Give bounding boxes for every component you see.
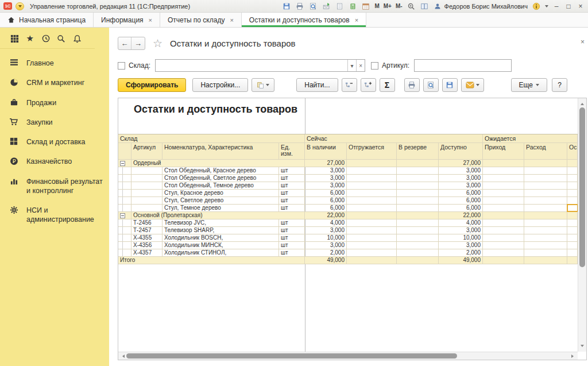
- expander-header-cell[interactable]: [118, 143, 131, 160]
- generate-button[interactable]: Сформировать: [118, 78, 186, 92]
- cell-article[interactable]: [131, 167, 163, 175]
- cell-outgoing[interactable]: [524, 190, 567, 197]
- cell-shipping[interactable]: [347, 205, 397, 212]
- cell-in-stock[interactable]: 3,000: [305, 167, 347, 175]
- expander-cell[interactable]: [118, 249, 131, 257]
- star-icon[interactable]: ★: [25, 33, 35, 44]
- cell-shipping[interactable]: [347, 167, 397, 175]
- article-input[interactable]: [414, 59, 512, 72]
- expand-groups-button[interactable]: [361, 78, 376, 92]
- cell-unit[interactable]: шт: [279, 242, 305, 249]
- column-header-cell[interactable]: В резерве: [397, 143, 439, 160]
- info-icon[interactable]: [532, 2, 541, 11]
- sidebar-item-financial-result[interactable]: Финансовый результат и контроллинг: [0, 172, 109, 201]
- cell-available[interactable]: 3,000: [439, 167, 483, 175]
- send-report-button[interactable]: [461, 78, 484, 92]
- warehouse-input[interactable]: ▾ ×: [155, 59, 365, 72]
- cell-reserved[interactable]: [397, 190, 439, 197]
- cell-in-stock[interactable]: 4,000: [305, 219, 347, 227]
- print-preview-icon[interactable]: [308, 2, 318, 11]
- cell-in-stock[interactable]: 6,000: [305, 190, 347, 197]
- search-icon[interactable]: [56, 33, 67, 44]
- cell-incoming[interactable]: [483, 160, 524, 167]
- cell-incoming[interactable]: [483, 249, 524, 257]
- collapse-groups-button[interactable]: [342, 78, 357, 92]
- cell-in-stock[interactable]: 6,000: [305, 205, 347, 212]
- expander-cell[interactable]: [118, 167, 131, 175]
- more-button[interactable]: Еще: [511, 78, 547, 92]
- vertical-scrollbar[interactable]: [578, 98, 586, 352]
- cell-shipping[interactable]: [347, 227, 397, 234]
- expander-cell[interactable]: [118, 242, 131, 249]
- column-header-cell[interactable]: Ед. изм.: [279, 143, 305, 160]
- cell-reserved[interactable]: [397, 167, 439, 175]
- cell-incoming[interactable]: [483, 219, 524, 227]
- cell-available[interactable]: 10,000: [439, 234, 483, 242]
- tab-home[interactable]: Начальная страница: [0, 13, 94, 27]
- warehouse-checkbox[interactable]: [118, 62, 125, 70]
- cell-reserved[interactable]: [397, 182, 439, 190]
- favorite-star-icon[interactable]: ☆: [153, 37, 163, 50]
- cell-available[interactable]: 3,000: [439, 227, 483, 234]
- cell-unit[interactable]: шт: [279, 227, 305, 234]
- cell-available[interactable]: 27,000: [439, 160, 483, 167]
- calendar-icon[interactable]: [361, 2, 370, 11]
- tab-information[interactable]: Информация ×: [94, 13, 160, 27]
- current-user[interactable]: Федоров Борис Михайлович: [433, 2, 528, 11]
- cell-unit[interactable]: шт: [279, 167, 305, 175]
- cell-unit[interactable]: шт: [279, 190, 305, 197]
- cell-incoming[interactable]: [483, 212, 524, 219]
- cell-outgoing[interactable]: [524, 197, 567, 205]
- cell-reserved[interactable]: [397, 219, 439, 227]
- cell-nomenclature[interactable]: Холодильник МИНСК,: [163, 242, 279, 249]
- cell-incoming[interactable]: [483, 205, 524, 212]
- cell-incoming[interactable]: [483, 197, 524, 205]
- cell-os[interactable]: [567, 227, 578, 234]
- cell-nomenclature[interactable]: Стул, Темное дерево: [163, 205, 279, 212]
- cell-shipping[interactable]: [347, 249, 397, 257]
- cell-nomenclature[interactable]: Стол Обеденный, Темное дерево: [163, 182, 279, 190]
- calculator-icon[interactable]: [348, 2, 357, 11]
- cell-nomenclature[interactable]: Стол Обеденный, Светлое дерево: [163, 175, 279, 182]
- sidebar-item-crm[interactable]: CRM и маркетинг: [0, 73, 109, 93]
- cell-incoming[interactable]: [483, 167, 524, 175]
- cell-in-stock[interactable]: 2,000: [305, 249, 347, 257]
- expander-cell[interactable]: [118, 227, 131, 234]
- cell-reserved[interactable]: [397, 175, 439, 182]
- cell-outgoing[interactable]: [524, 242, 567, 249]
- cell-os[interactable]: [567, 219, 578, 227]
- tab-stock-availability[interactable]: Остатки и доступность товаров ×: [242, 13, 366, 27]
- cell-os[interactable]: [567, 190, 578, 197]
- section-header-cell[interactable]: Склад: [118, 134, 305, 143]
- cell-shipping[interactable]: [347, 160, 397, 167]
- preview-button[interactable]: [423, 78, 439, 92]
- cell-nomenclature[interactable]: Стол Обеденный, Красное дерево: [163, 167, 279, 175]
- cell-unit[interactable]: шт: [279, 197, 305, 205]
- cell-available[interactable]: 22,000: [439, 212, 483, 219]
- cell-unit[interactable]: шт: [279, 249, 305, 257]
- cell-article[interactable]: Т-2457: [131, 227, 163, 234]
- cell-available[interactable]: 6,000: [439, 197, 483, 205]
- cell-outgoing[interactable]: [524, 160, 567, 167]
- cell-unit[interactable]: шт: [279, 219, 305, 227]
- minimize-button[interactable]: –: [552, 2, 560, 10]
- page-icon[interactable]: [335, 2, 344, 11]
- warehouse-dropdown-icon[interactable]: ▾: [347, 60, 356, 71]
- cell-article[interactable]: [131, 190, 163, 197]
- cell-unit[interactable]: шт: [279, 205, 305, 212]
- cell-unit[interactable]: шт: [279, 234, 305, 242]
- report-close-icon[interactable]: ×: [581, 38, 585, 46]
- scroll-right-icon[interactable]: [571, 355, 575, 358]
- sidebar-item-treasury[interactable]: Казначейство: [0, 152, 109, 171]
- forward-button[interactable]: →: [131, 37, 145, 49]
- cell-outgoing[interactable]: [524, 227, 567, 234]
- expander-cell[interactable]: [118, 212, 131, 219]
- main-menu-button[interactable]: [16, 2, 24, 10]
- spreadsheet-canvas[interactable]: Остатки и доступность товаров СкладСейча…: [118, 98, 578, 352]
- expander-cell[interactable]: [118, 219, 131, 227]
- cell-article[interactable]: [131, 182, 163, 190]
- cell-os[interactable]: [567, 160, 578, 167]
- tab-close-icon[interactable]: ×: [230, 17, 233, 24]
- sidebar-item-master-data[interactable]: НСИ и администрирование: [0, 201, 109, 230]
- cell-incoming[interactable]: [483, 190, 524, 197]
